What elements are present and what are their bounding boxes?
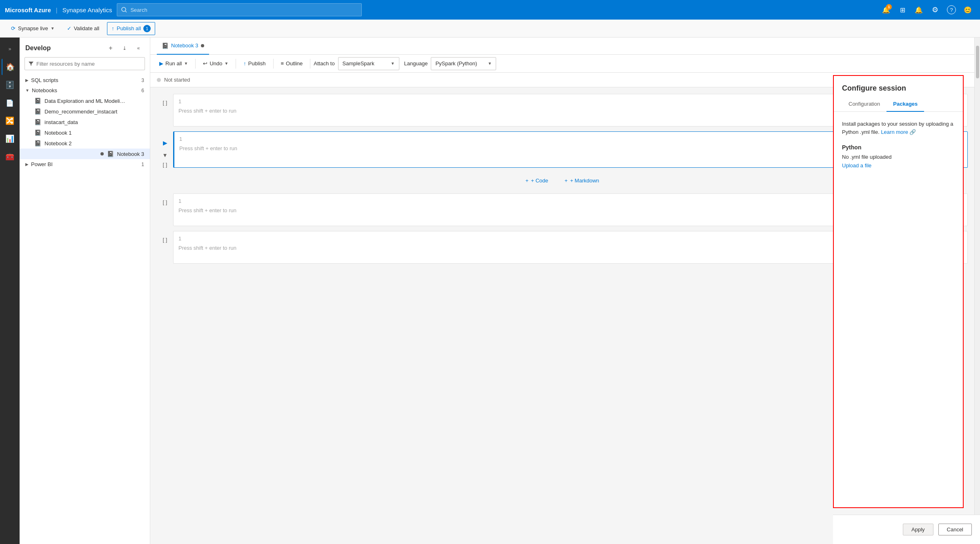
notebook-3-tab-label: Notebook 3: [171, 42, 198, 49]
settings-icon[interactable]: ⚙: [928, 2, 942, 17]
notebook-label-3: Notebook 1: [45, 130, 72, 136]
expand-icon[interactable]: »: [2, 41, 18, 57]
publish-btn-icon: ↑: [243, 60, 246, 67]
config-tab-configuration[interactable]: Configuration: [842, 98, 886, 112]
cell-gutter-0: [ ]: [157, 94, 173, 127]
notebook-label-0: Data Exploration and ML Modeling -...: [45, 98, 126, 104]
add-code-icon: +: [526, 178, 529, 184]
cell-run-button-1[interactable]: ▶: [159, 137, 171, 149]
develop-icon[interactable]: 📄: [2, 95, 18, 111]
data-icon[interactable]: 🗄️: [2, 77, 18, 93]
portal-menu-icon[interactable]: ⊞: [895, 2, 910, 17]
attach-to-dropdown[interactable]: SampleSpark ▼: [338, 57, 399, 70]
publish-button[interactable]: ↑ Publish: [239, 57, 270, 70]
run-all-button[interactable]: ▶ Run all ▼: [155, 57, 192, 70]
language-dropdown-chevron: ▼: [488, 61, 492, 66]
powerbi-count: 1: [141, 162, 144, 167]
sidebar-add-button[interactable]: +: [105, 42, 116, 54]
sql-scripts-label: SQL scripts: [31, 77, 58, 83]
cancel-button[interactable]: Cancel: [938, 524, 972, 535]
notebook-icon-4: 📓: [34, 140, 41, 147]
sidebar-search-box[interactable]: [24, 57, 145, 70]
status-text: Not started: [164, 77, 190, 83]
sql-scripts-chevron: ▶: [25, 78, 29, 82]
notebook-toolbar: ▶ Run all ▼ ↩ Undo ▼ ↑ Publish ≡ Outline…: [150, 55, 974, 73]
notebook-item-4[interactable]: 📓 Notebook 2: [20, 138, 150, 149]
cell-gutter-1: ▶ ▼ [ ]: [157, 131, 173, 168]
second-toolbar: ⟳ Synapse live ▼ ✓ Validate all ↑ Publis…: [0, 20, 980, 38]
search-bar[interactable]: Search: [117, 3, 362, 16]
cell-gutter-2: [ ]: [157, 193, 173, 226]
tab-unsaved-dot: [201, 44, 204, 47]
main-scrollbar[interactable]: [974, 38, 980, 544]
outline-icon: ≡: [281, 60, 284, 67]
notebook-item-1[interactable]: 📓 Demo_recommender_instacart: [20, 106, 150, 117]
validate-icon: ✓: [67, 25, 71, 31]
cell-move-down-1[interactable]: ▼: [160, 150, 170, 160]
synapse-live-icon: ⟳: [11, 25, 16, 31]
run-all-play-icon: ▶: [159, 60, 163, 67]
add-markdown-label: + Markdown: [570, 178, 599, 184]
filter-icon: [28, 61, 34, 67]
notebook-item-3[interactable]: 📓 Notebook 1: [20, 127, 150, 138]
search-placeholder: Search: [130, 7, 147, 13]
notebooks-header[interactable]: ▼ Notebooks 6: [20, 85, 150, 95]
bell-icon[interactable]: 🔔: [911, 2, 926, 17]
sql-scripts-section: ▶ SQL scripts 3: [20, 75, 150, 85]
sql-scripts-header[interactable]: ▶ SQL scripts 3: [20, 75, 150, 85]
publish-badge: 1: [143, 25, 151, 32]
configure-session-panel: Configure session Configuration Packages…: [833, 75, 964, 508]
publish-all-button[interactable]: ↑ Publish all 1: [107, 22, 155, 35]
notebook-tab-bar: 📓 Notebook 3: [150, 38, 974, 55]
cell-bracket-3: [ ]: [163, 237, 167, 243]
feedback-icon[interactable]: 😊: [960, 2, 975, 17]
attach-to-value: SampleSpark: [343, 60, 374, 67]
run-all-dropdown-icon: ▼: [184, 61, 188, 66]
notebook-3-tab[interactable]: 📓 Notebook 3: [157, 38, 209, 55]
manage-icon[interactable]: 🧰: [2, 149, 18, 165]
add-markdown-button[interactable]: + + Markdown: [560, 176, 604, 185]
learn-more-link[interactable]: Learn more 🔗: [881, 129, 916, 135]
toolbar-sep-3: [273, 59, 274, 69]
sidebar-collapse-button[interactable]: «: [133, 42, 144, 54]
language-value: PySpark (Python): [435, 60, 477, 67]
powerbi-section: ▶ Power BI 1: [20, 159, 150, 169]
powerbi-chevron: ▶: [25, 162, 29, 167]
notebook-item-2[interactable]: 📓 instacart_data: [20, 117, 150, 127]
run-all-label: Run all: [165, 60, 182, 67]
svg-point-0: [122, 7, 126, 11]
add-markdown-icon: +: [565, 178, 568, 184]
undo-button[interactable]: ↩ Undo ▼: [199, 57, 232, 70]
synapse-live-button[interactable]: ⟳ Synapse live ▼: [7, 22, 59, 35]
notifications-icon[interactable]: 🔔 1: [879, 2, 893, 17]
language-dropdown[interactable]: PySpark (Python) ▼: [431, 57, 496, 70]
left-icon-bar: » 🏠 🗄️ 📄 🔀 📊 🧰: [0, 38, 20, 544]
notebook-icon-2: 📓: [34, 119, 41, 125]
add-code-button[interactable]: + + Code: [521, 176, 553, 185]
scrollbar-thumb[interactable]: [976, 46, 979, 78]
validate-all-button[interactable]: ✓ Validate all: [62, 22, 104, 35]
brand-area: Microsoft Azure | Synapse Analytics: [5, 7, 112, 13]
synapse-live-chevron: ▼: [51, 26, 55, 31]
undo-label: Undo: [209, 60, 222, 67]
integrate-icon[interactable]: 🔀: [2, 113, 18, 129]
notebook-item-0[interactable]: 📓 Data Exploration and ML Modeling -...: [20, 95, 150, 106]
notebook-icon-5: 📓: [107, 151, 114, 157]
help-icon[interactable]: ?: [944, 2, 959, 17]
config-tab-packages[interactable]: Packages: [886, 98, 924, 112]
home-icon[interactable]: 🏠: [2, 59, 18, 75]
sidebar-title: Develop: [25, 44, 51, 52]
sidebar-filter-button[interactable]: ⤓: [119, 42, 130, 54]
notebook-item-5[interactable]: 📓 Notebook 3: [20, 149, 150, 159]
sidebar-filter-input[interactable]: [36, 61, 141, 67]
sql-scripts-count: 3: [141, 78, 144, 83]
sidebar: Develop + ⤓ « ▶ SQL scripts 3: [20, 38, 150, 544]
powerbi-header[interactable]: ▶ Power BI 1: [20, 159, 150, 169]
outline-label: Outline: [286, 60, 303, 67]
microsoft-azure-label: Microsoft Azure: [5, 7, 51, 13]
upload-file-link[interactable]: Upload a file: [842, 162, 871, 169]
monitor-icon[interactable]: 📊: [2, 131, 18, 147]
outline-button[interactable]: ≡ Outline: [277, 57, 307, 70]
notebooks-label: Notebooks: [32, 87, 57, 93]
apply-button[interactable]: Apply: [903, 524, 933, 535]
